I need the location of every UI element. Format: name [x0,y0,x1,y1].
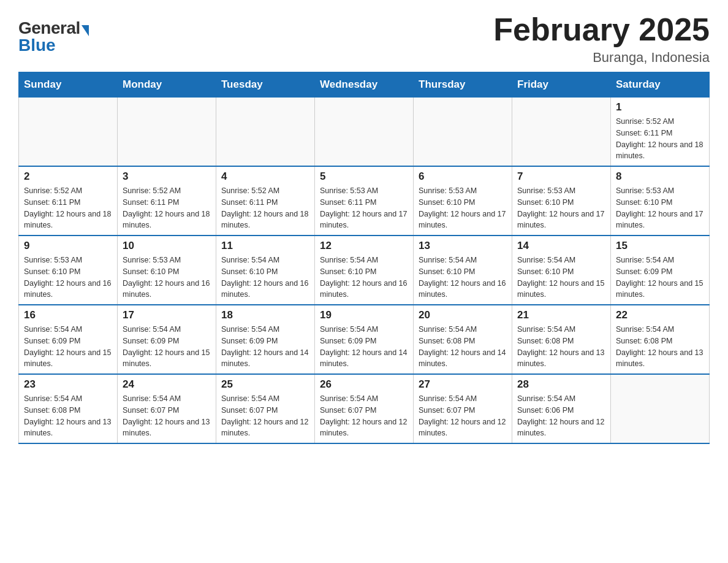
calendar-week-3: 9Sunrise: 5:53 AMSunset: 6:10 PMDaylight… [19,236,710,305]
calendar-cell [512,98,611,167]
calendar-table: Sunday Monday Tuesday Wednesday Thursday… [18,72,710,444]
calendar-header: Sunday Monday Tuesday Wednesday Thursday… [19,72,710,98]
weekday-row: Sunday Monday Tuesday Wednesday Thursday… [19,72,710,98]
calendar-cell [19,98,118,167]
day-info: Sunrise: 5:54 AMSunset: 6:06 PMDaylight:… [517,393,605,439]
day-info: Sunrise: 5:54 AMSunset: 6:09 PMDaylight:… [123,324,211,370]
day-info: Sunrise: 5:54 AMSunset: 6:07 PMDaylight:… [419,393,507,439]
calendar-cell: 24Sunrise: 5:54 AMSunset: 6:07 PMDayligh… [118,374,216,443]
calendar-week-1: 1Sunrise: 5:52 AMSunset: 6:11 PMDaylight… [19,98,710,167]
calendar-week-5: 23Sunrise: 5:54 AMSunset: 6:08 PMDayligh… [19,374,710,443]
calendar-cell [611,374,710,443]
calendar-body: 1Sunrise: 5:52 AMSunset: 6:11 PMDaylight… [19,98,710,444]
day-info: Sunrise: 5:54 AMSunset: 6:07 PMDaylight:… [123,393,211,439]
day-number: 14 [517,240,605,252]
header-wednesday: Wednesday [315,72,414,98]
day-info: Sunrise: 5:53 AMSunset: 6:10 PMDaylight:… [24,255,112,301]
day-number: 3 [123,170,211,183]
day-info: Sunrise: 5:54 AMSunset: 6:08 PMDaylight:… [517,324,605,370]
calendar-cell: 17Sunrise: 5:54 AMSunset: 6:09 PMDayligh… [118,305,216,374]
day-info: Sunrise: 5:54 AMSunset: 6:09 PMDaylight:… [320,324,408,370]
day-number: 21 [517,309,605,321]
calendar-cell: 27Sunrise: 5:54 AMSunset: 6:07 PMDayligh… [414,374,512,443]
day-number: 11 [221,240,309,252]
calendar-cell: 8Sunrise: 5:53 AMSunset: 6:10 PMDaylight… [611,166,710,236]
day-number: 26 [320,378,408,391]
calendar-cell: 28Sunrise: 5:54 AMSunset: 6:06 PMDayligh… [512,374,611,443]
header-friday: Friday [512,72,611,98]
page-header: General Blue February 2025 Buranga, Indo… [18,12,710,66]
day-info: Sunrise: 5:54 AMSunset: 6:10 PMDaylight:… [517,255,605,301]
calendar-week-2: 2Sunrise: 5:52 AMSunset: 6:11 PMDaylight… [19,166,710,236]
day-number: 6 [419,170,507,183]
calendar-cell: 3Sunrise: 5:52 AMSunset: 6:11 PMDaylight… [118,166,216,236]
header-tuesday: Tuesday [216,72,315,98]
day-info: Sunrise: 5:54 AMSunset: 6:09 PMDaylight:… [24,324,112,370]
calendar-cell [315,98,414,167]
calendar-cell: 26Sunrise: 5:54 AMSunset: 6:07 PMDayligh… [315,374,414,443]
day-number: 19 [320,309,408,321]
calendar-cell: 16Sunrise: 5:54 AMSunset: 6:09 PMDayligh… [19,305,118,374]
calendar-cell: 20Sunrise: 5:54 AMSunset: 6:08 PMDayligh… [414,305,512,374]
header-monday: Monday [118,72,216,98]
day-info: Sunrise: 5:54 AMSunset: 6:09 PMDaylight:… [221,324,309,370]
calendar-cell: 23Sunrise: 5:54 AMSunset: 6:08 PMDayligh… [19,374,118,443]
day-info: Sunrise: 5:54 AMSunset: 6:08 PMDaylight:… [419,324,507,370]
calendar-cell: 1Sunrise: 5:52 AMSunset: 6:11 PMDaylight… [611,98,710,167]
day-info: Sunrise: 5:52 AMSunset: 6:11 PMDaylight:… [221,185,309,231]
day-number: 24 [123,378,211,391]
calendar-cell: 19Sunrise: 5:54 AMSunset: 6:09 PMDayligh… [315,305,414,374]
calendar-cell: 18Sunrise: 5:54 AMSunset: 6:09 PMDayligh… [216,305,315,374]
calendar-cell: 21Sunrise: 5:54 AMSunset: 6:08 PMDayligh… [512,305,611,374]
day-number: 1 [616,101,704,113]
day-info: Sunrise: 5:54 AMSunset: 6:07 PMDaylight:… [320,393,408,439]
header-sunday: Sunday [19,72,118,98]
calendar-cell: 11Sunrise: 5:54 AMSunset: 6:10 PMDayligh… [216,236,315,305]
day-info: Sunrise: 5:54 AMSunset: 6:09 PMDaylight:… [616,255,704,301]
calendar-cell: 7Sunrise: 5:53 AMSunset: 6:10 PMDaylight… [512,166,611,236]
day-number: 4 [221,170,309,183]
calendar-cell [414,98,512,167]
day-info: Sunrise: 5:54 AMSunset: 6:08 PMDaylight:… [616,324,704,370]
day-info: Sunrise: 5:54 AMSunset: 6:07 PMDaylight:… [221,393,309,439]
day-number: 18 [221,309,309,321]
day-number: 25 [221,378,309,391]
calendar-cell: 25Sunrise: 5:54 AMSunset: 6:07 PMDayligh… [216,374,315,443]
day-info: Sunrise: 5:54 AMSunset: 6:08 PMDaylight:… [24,393,112,439]
logo-general-text: General [18,18,89,37]
calendar-cell: 5Sunrise: 5:53 AMSunset: 6:11 PMDaylight… [315,166,414,236]
calendar-cell: 12Sunrise: 5:54 AMSunset: 6:10 PMDayligh… [315,236,414,305]
day-number: 15 [616,240,704,252]
day-info: Sunrise: 5:54 AMSunset: 6:10 PMDaylight:… [320,255,408,301]
calendar-cell [118,98,216,167]
day-number: 8 [616,170,704,183]
day-info: Sunrise: 5:52 AMSunset: 6:11 PMDaylight:… [616,116,704,162]
calendar-week-4: 16Sunrise: 5:54 AMSunset: 6:09 PMDayligh… [19,305,710,374]
calendar-cell: 10Sunrise: 5:53 AMSunset: 6:10 PMDayligh… [118,236,216,305]
logo-arrow-icon [82,25,89,36]
header-saturday: Saturday [611,72,710,98]
day-number: 23 [24,378,112,391]
calendar-cell: 6Sunrise: 5:53 AMSunset: 6:10 PMDaylight… [414,166,512,236]
calendar-cell: 13Sunrise: 5:54 AMSunset: 6:10 PMDayligh… [414,236,512,305]
calendar-cell: 4Sunrise: 5:52 AMSunset: 6:11 PMDaylight… [216,166,315,236]
day-number: 7 [517,170,605,183]
day-info: Sunrise: 5:52 AMSunset: 6:11 PMDaylight:… [123,185,211,231]
day-number: 9 [24,240,112,252]
day-number: 20 [419,309,507,321]
day-number: 28 [517,378,605,391]
day-number: 22 [616,309,704,321]
day-number: 13 [419,240,507,252]
day-number: 2 [24,170,112,183]
day-info: Sunrise: 5:52 AMSunset: 6:11 PMDaylight:… [24,185,112,231]
location: Buranga, Indonesia [493,50,710,66]
day-number: 17 [123,309,211,321]
day-info: Sunrise: 5:53 AMSunset: 6:10 PMDaylight:… [517,185,605,231]
day-number: 5 [320,170,408,183]
day-info: Sunrise: 5:53 AMSunset: 6:10 PMDaylight:… [616,185,704,231]
day-info: Sunrise: 5:54 AMSunset: 6:10 PMDaylight:… [419,255,507,301]
calendar-cell: 22Sunrise: 5:54 AMSunset: 6:08 PMDayligh… [611,305,710,374]
day-number: 10 [123,240,211,252]
logo-blue-text: Blue [18,36,89,55]
day-number: 12 [320,240,408,252]
